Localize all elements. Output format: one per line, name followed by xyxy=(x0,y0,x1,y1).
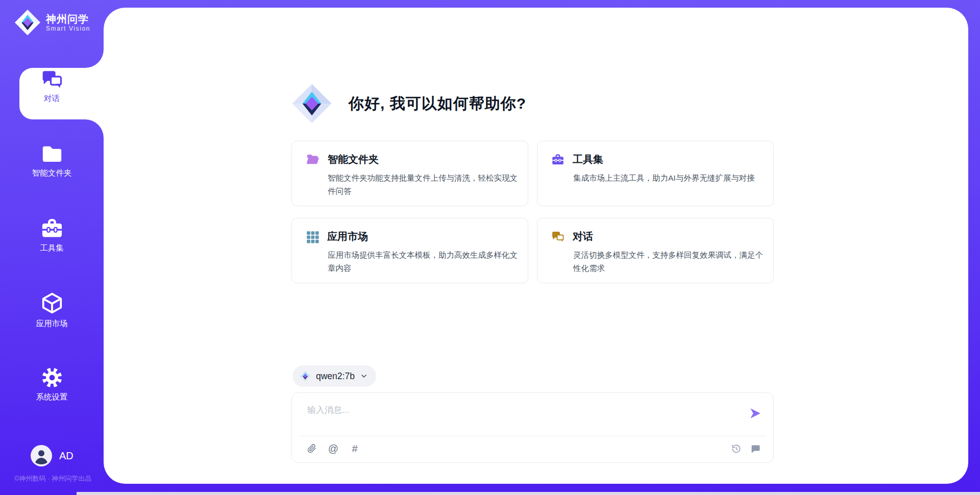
avatar xyxy=(31,445,52,466)
folder-open-icon xyxy=(306,153,320,166)
card-toolset[interactable]: 工具集 集成市场上主流工具，助力AI与外界无缝扩展与对接 xyxy=(537,141,774,206)
sidebar-item-label: 对话 xyxy=(44,93,60,104)
composer-tools-right xyxy=(730,443,761,454)
sidebar-item-label: 系统设置 xyxy=(36,392,68,403)
comment-icon[interactable] xyxy=(750,443,761,454)
sidebar-item-smart-folder[interactable]: 智能文件夹 xyxy=(19,138,84,184)
sidebar-item-settings[interactable]: 系统设置 xyxy=(19,362,84,408)
card-smart-folder[interactable]: 智能文件夹 智能文件夹功能支持批量文件上传与清洗，轻松实现文件问答 xyxy=(291,141,528,206)
sidebar: 神州问学 Smart Vision 对话 智能文件夹 工具集 xyxy=(0,0,104,495)
brand-subtitle: Smart Vision xyxy=(46,25,90,32)
card-title: 对话 xyxy=(573,230,593,243)
composer-divider xyxy=(299,436,766,436)
greeting-title: 你好, 我可以如何帮助你? xyxy=(349,93,526,114)
card-description: 灵活切换多模型文件，支持多样回复效果调试，满足个性化需求 xyxy=(573,249,763,275)
copyright-text: ©神州数码 · 神州问学出品 xyxy=(14,474,91,483)
user-block[interactable]: AD xyxy=(31,445,74,466)
sidebar-item-chat[interactable]: 对话 xyxy=(19,64,84,110)
cube-3d-icon xyxy=(40,291,64,315)
send-icon[interactable] xyxy=(749,407,762,420)
brand-name: 神州问学 xyxy=(46,13,90,25)
card-description: 应用市场提供丰富长文本模板，助力高效生成多样化文章内容 xyxy=(328,249,518,275)
briefcase-icon xyxy=(551,153,565,166)
sidebar-item-toolset[interactable]: 工具集 xyxy=(19,213,84,259)
card-title: 应用市场 xyxy=(327,230,368,243)
brand-diamond-icon xyxy=(14,9,41,36)
chevron-down-icon xyxy=(360,372,368,380)
folder-icon xyxy=(41,144,63,164)
card-app-market[interactable]: 应用市场 应用市场提供丰富长文本模板，助力高效生成多样化文章内容 xyxy=(291,218,528,283)
card-title: 工具集 xyxy=(573,153,603,166)
history-icon[interactable] xyxy=(730,443,742,454)
message-input[interactable] xyxy=(307,400,731,420)
sidebar-item-label: 工具集 xyxy=(40,243,64,254)
card-description: 集成市场上主流工具，助力AI与外界无缝扩展与对接 xyxy=(573,171,763,185)
mention-icon[interactable]: @ xyxy=(328,443,339,454)
message-composer: @ # xyxy=(291,392,774,463)
grid-tiles-icon xyxy=(306,230,319,243)
feature-cards: 智能文件夹 智能文件夹功能支持批量文件上传与清洗，轻松实现文件问答 工具集 集成… xyxy=(291,141,774,283)
model-name: qwen2:7b xyxy=(316,371,355,382)
sidebar-item-label: 应用市场 xyxy=(36,318,68,329)
topic-icon[interactable]: # xyxy=(349,443,360,454)
composer-tools-left: @ # xyxy=(306,443,360,454)
user-initials: AD xyxy=(59,450,74,462)
briefcase-icon xyxy=(40,218,64,239)
greeting-block: 你好, 我可以如何帮助你? xyxy=(291,83,526,124)
main-content: 你好, 我可以如何帮助你? 智能文件夹 智能文件夹功能支持批量文件上传与清洗，轻… xyxy=(291,0,774,495)
card-description: 智能文件夹功能支持批量文件上传与清洗，轻松实现文件问答 xyxy=(328,171,518,198)
attachment-icon[interactable] xyxy=(306,443,317,454)
gear-icon xyxy=(41,367,63,388)
sidebar-item-app-market[interactable]: 应用市场 xyxy=(19,287,84,333)
brand-logo-block: 神州问学 Smart Vision xyxy=(14,9,90,36)
sidebar-item-label: 智能文件夹 xyxy=(32,168,72,179)
model-diamond-icon xyxy=(300,370,311,382)
chat-bubbles-icon xyxy=(551,231,565,243)
model-selector[interactable]: qwen2:7b xyxy=(292,365,376,387)
card-title: 智能文件夹 xyxy=(328,153,379,166)
card-chat[interactable]: 对话 灵活切换多模型文件，支持多样回复效果调试，满足个性化需求 xyxy=(537,218,774,283)
assistant-diamond-icon xyxy=(291,83,332,124)
chat-bubbles-icon xyxy=(41,69,63,90)
